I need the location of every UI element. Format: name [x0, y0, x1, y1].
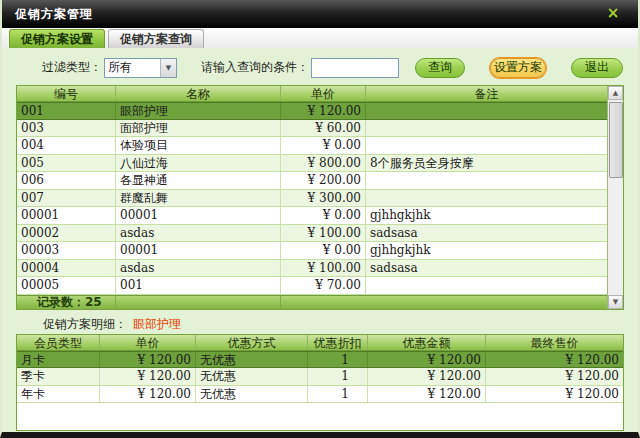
tab-promotion-settings[interactable]: 促销方案设置 [9, 29, 105, 48]
query-condition-input[interactable] [311, 58, 399, 78]
column-header-member-type[interactable]: 会员类型 [17, 335, 99, 350]
cell-unit-price: ¥ 120.00 [99, 368, 195, 385]
cell-number: 00001 [17, 207, 115, 224]
query-button[interactable]: 查询 [415, 58, 465, 78]
cell-remark [365, 120, 607, 137]
cell-remark [365, 277, 607, 294]
cell-name: 八仙过海 [115, 155, 280, 172]
exit-button[interactable]: 退出 [571, 58, 623, 78]
cell-member-type: 年卡 [17, 386, 99, 403]
detail-row[interactable]: 年卡 ¥ 120.00 无优惠 1 ¥ 120.00 ¥ 120.00 [17, 386, 623, 404]
chevron-down-icon[interactable]: ▼ [160, 59, 176, 77]
cell-name: 群魔乱舞 [115, 190, 280, 207]
detail-row[interactable]: 季卡 ¥ 120.00 无优惠 1 ¥ 120.00 ¥ 120.00 [17, 368, 623, 386]
cell-number: 006 [17, 172, 115, 189]
cell-name: 各显神通 [115, 172, 280, 189]
query-condition-label: 请输入查询的条件： [201, 59, 309, 76]
cell-name: asdas [115, 225, 280, 242]
cell-number: 00005 [17, 277, 115, 294]
cell-remark: gjhhgkjhk [365, 242, 607, 259]
table-row[interactable]: 005 八仙过海 ¥ 800.00 8个服务员全身按摩 [17, 155, 607, 173]
column-header-final-price[interactable]: 最终售价 [485, 335, 623, 350]
cell-remark [365, 172, 607, 189]
cell-price: ¥ 120.00 [280, 103, 365, 119]
cell-number: 00004 [17, 260, 115, 277]
cell-price: ¥ 800.00 [280, 155, 365, 172]
cell-price: ¥ 100.00 [280, 225, 365, 242]
detail-label-row: 促销方案明细：眼部护理 [16, 316, 624, 332]
record-count: 记录数：25 [37, 295, 102, 309]
cell-price: ¥ 200.00 [280, 172, 365, 189]
cell-number: 004 [17, 137, 115, 154]
detail-grid: 会员类型 单价 优惠方式 优惠折扣 优惠金额 最终售价 月卡 ¥ 120.00 … [16, 334, 624, 431]
footer-divider [115, 296, 116, 309]
tab-bar: 促销方案设置 促销方案查询 [2, 28, 638, 48]
cell-unit-price: ¥ 120.00 [99, 386, 195, 403]
cell-discount-rate: 1 [307, 368, 367, 385]
cell-price: ¥ 70.00 [280, 277, 365, 294]
filter-type-select[interactable]: 所有 ▼ [104, 58, 177, 78]
cell-member-type: 季卡 [17, 368, 99, 385]
cell-number: 007 [17, 190, 115, 207]
cell-price: ¥ 0.00 [280, 137, 365, 154]
cell-remark [365, 103, 607, 119]
column-header-number[interactable]: 编号 [17, 86, 115, 101]
cell-discount-method: 无优惠 [195, 386, 307, 403]
table-row[interactable]: 003 面部护理 ¥ 60.00 [17, 120, 607, 138]
cell-number: 005 [17, 155, 115, 172]
column-header-name[interactable]: 名称 [115, 86, 280, 101]
cell-name: 眼部护理 [115, 103, 280, 119]
detail-label: 促销方案明细： [43, 317, 127, 331]
cell-discount-method: 无优惠 [195, 368, 307, 385]
setup-plan-button[interactable]: 设置方案 [490, 58, 546, 78]
table-row[interactable]: 00001 00001 ¥ 0.00 gjhhgkjhk [17, 207, 607, 225]
scroll-up-icon[interactable]: ▲ [608, 86, 623, 100]
cell-final-price: ¥ 120.00 [485, 386, 623, 403]
title-bar: 促销方案管理 × [2, 0, 638, 28]
table-row[interactable]: 007 群魔乱舞 ¥ 300.00 [17, 190, 607, 208]
cell-discount-method: 无优惠 [195, 352, 307, 368]
scrollbar-thumb[interactable] [609, 102, 623, 178]
cell-remark [365, 190, 607, 207]
cell-name: asdas [115, 260, 280, 277]
column-header-discount-method[interactable]: 优惠方式 [195, 335, 307, 350]
table-row[interactable]: 00003 00001 ¥ 0.00 gjhhgkjhk [17, 242, 607, 260]
cell-final-price: ¥ 120.00 [485, 368, 623, 385]
filter-row: 过滤类型： 所有 ▼ 请输入查询的条件： 查询 设置方案 退出 [16, 57, 624, 78]
column-header-unit-price[interactable]: 单价 [99, 335, 195, 350]
table-row[interactable]: 00002 asdas ¥ 100.00 sadsasa [17, 225, 607, 243]
detail-grid-header: 会员类型 单价 优惠方式 优惠折扣 优惠金额 最终售价 [17, 335, 623, 351]
cell-price: ¥ 100.00 [280, 260, 365, 277]
cell-name: 001 [115, 277, 280, 294]
cell-remark: gjhhgkjhk [365, 207, 607, 224]
cell-price: ¥ 60.00 [280, 120, 365, 137]
detail-row[interactable]: 月卡 ¥ 120.00 无优惠 1 ¥ 120.00 ¥ 120.00 [17, 351, 623, 369]
footer-divider [280, 296, 281, 309]
table-row[interactable]: 004 体验项目 ¥ 0.00 [17, 137, 607, 155]
plans-grid-body: 001 眼部护理 ¥ 120.00 003 面部护理 ¥ 60.00 004 体… [17, 102, 607, 295]
cell-price: ¥ 0.00 [280, 207, 365, 224]
cell-unit-price: ¥ 120.00 [99, 352, 195, 368]
table-row[interactable]: 00005 001 ¥ 70.00 [17, 277, 607, 295]
cell-discount-amount: ¥ 120.00 [367, 368, 485, 385]
scroll-down-icon[interactable]: ▼ [608, 295, 623, 309]
table-row[interactable]: 00004 asdas ¥ 100.00 sadsasa [17, 260, 607, 278]
table-row[interactable]: 001 眼部护理 ¥ 120.00 [17, 102, 607, 120]
tab-promotion-query[interactable]: 促销方案查询 [108, 29, 204, 48]
close-icon[interactable]: × [604, 4, 622, 22]
cell-name: 00001 [115, 242, 280, 259]
filter-type-label: 过滤类型： [42, 59, 102, 76]
column-header-remark[interactable]: 备注 [365, 86, 607, 101]
column-header-discount-rate[interactable]: 优惠折扣 [307, 335, 367, 350]
cell-discount-amount: ¥ 120.00 [367, 352, 485, 368]
cell-discount-rate: 1 [307, 386, 367, 403]
column-header-discount-amount[interactable]: 优惠金额 [367, 335, 485, 350]
record-count-bar: 记录数：25 [17, 295, 607, 309]
table-row[interactable]: 006 各显神通 ¥ 200.00 [17, 172, 607, 190]
detail-plan-name: 眼部护理 [133, 317, 181, 331]
cell-name: 面部护理 [115, 120, 280, 137]
column-header-price[interactable]: 单价 [280, 86, 365, 101]
plans-grid: 编号 名称 单价 备注 001 眼部护理 ¥ 120.00 003 [16, 85, 624, 310]
vertical-scrollbar[interactable]: ▲ ▼ [607, 86, 623, 309]
cell-remark: 8个服务员全身按摩 [365, 155, 607, 172]
